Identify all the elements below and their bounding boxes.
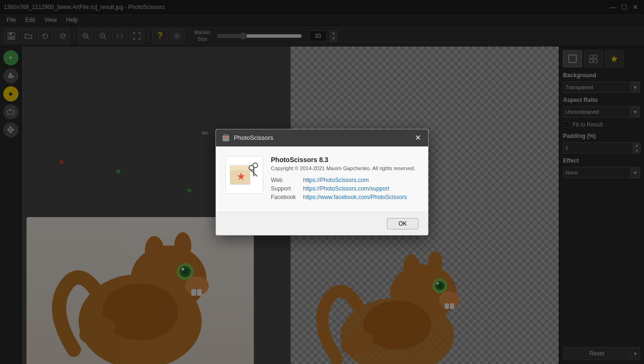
dialog-facebook-label: Facebook bbox=[271, 194, 299, 200]
dialog-body: PhotoScissors 8.3 Copyright © 2014-2021 … bbox=[216, 146, 428, 212]
dialog-overlay: PhotoScissors ✕ bbox=[0, 0, 644, 364]
dialog-web-label: Web bbox=[271, 177, 299, 183]
svg-rect-51 bbox=[230, 165, 250, 170]
dialog-close-button[interactable]: ✕ bbox=[413, 133, 422, 143]
dialog-facebook-row: Facebook https://www.facebook.com/PhotoS… bbox=[271, 194, 419, 200]
dialog-content: PhotoScissors 8.3 Copyright © 2014-2021 … bbox=[271, 156, 419, 202]
dialog-web-link[interactable]: https://PhotoScissors.com bbox=[303, 177, 369, 183]
dialog-facebook-link[interactable]: https://www.facebook.com/PhotoScissors bbox=[303, 194, 407, 200]
dialog-support-link[interactable]: https://PhotoScissors.com/support bbox=[303, 185, 389, 192]
about-dialog: PhotoScissors ✕ bbox=[215, 129, 429, 236]
dialog-support-row: Support https://PhotoScissors.com/suppor… bbox=[271, 185, 419, 192]
dialog-copyright: Copyright © 2014-2021 Maxim Gapchenko. A… bbox=[271, 165, 419, 171]
dialog-title-bar: PhotoScissors ✕ bbox=[216, 129, 428, 146]
dialog-ok-button[interactable]: OK bbox=[387, 218, 419, 229]
dialog-app-icon bbox=[225, 156, 263, 194]
dialog-support-label: Support bbox=[271, 185, 299, 192]
dialog-web-row: Web https://PhotoScissors.com bbox=[271, 177, 419, 183]
dialog-app-name: PhotoScissors 8.3 bbox=[271, 156, 419, 164]
dialog-title-text: PhotoScissors bbox=[234, 134, 273, 141]
dialog-title: PhotoScissors bbox=[222, 134, 273, 142]
dialog-app-icon-small bbox=[222, 134, 230, 142]
dialog-footer: OK bbox=[216, 212, 428, 235]
dialog-icon-area bbox=[225, 156, 263, 202]
